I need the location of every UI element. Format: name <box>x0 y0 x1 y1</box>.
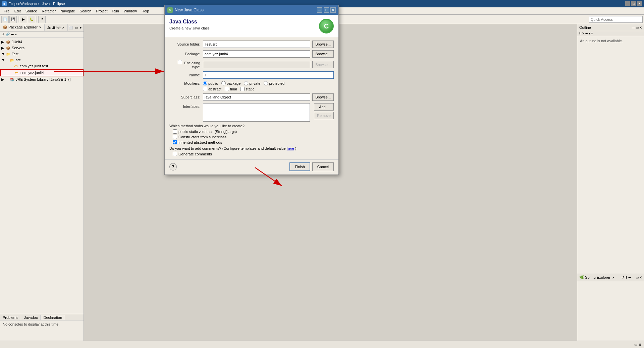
dialog-logo-letter: C <box>324 22 329 30</box>
dialog-title-text: New Java Class <box>175 8 204 12</box>
interfaces-input[interactable] <box>203 103 310 122</box>
generate-comments-item: Generate comments <box>173 152 334 156</box>
package-label: Package: <box>169 52 203 56</box>
dialog-header-text: Java Class Create a new Java class. <box>169 19 211 30</box>
modifiers-group2: abstract final static <box>203 87 254 91</box>
modifier-protected[interactable]: protected <box>264 81 284 85</box>
name-label: Name: <box>169 73 203 77</box>
modifier-protected-label: protected <box>269 81 284 85</box>
comments-suffix: ) <box>295 146 297 150</box>
name-row: Name: <box>169 71 334 79</box>
modifier-abstract-checkbox[interactable] <box>203 87 207 91</box>
comments-section: Do you want to add comments? (Configure … <box>169 146 334 156</box>
modifier-final-label: final <box>230 87 237 91</box>
new-java-class-dialog: N New Java Class — □ ✕ Java Class Create… <box>164 5 339 175</box>
modifier-private-label: private <box>249 81 260 85</box>
modifiers-row: Modifiers: public package private <box>169 81 334 85</box>
modifier-abstract[interactable]: abstract <box>203 87 221 91</box>
stub-main: public static void main(String[] args) <box>173 129 334 134</box>
finish-button[interactable]: Finish <box>289 162 310 171</box>
stub-constructors-checkbox[interactable] <box>173 135 177 139</box>
superclass-input[interactable] <box>203 93 310 101</box>
stub-inherited-checkbox[interactable] <box>173 140 177 144</box>
package-input[interactable] <box>203 50 310 58</box>
modifier-public[interactable]: public <box>203 81 218 85</box>
interfaces-row: Interfaces: Add... Remove <box>169 103 334 122</box>
dialog-subtitle: Create a new Java class. <box>169 26 211 30</box>
name-input[interactable] <box>203 71 334 79</box>
modifiers-group: public package private protected <box>203 81 284 85</box>
generate-comments-label: Generate comments <box>178 152 212 156</box>
modifier-package[interactable]: package <box>221 81 241 85</box>
enclosing-type-row: Enclosing type: Browse... <box>169 60 334 69</box>
interfaces-remove-btn[interactable]: Remove <box>314 112 334 119</box>
comments-question: Do you want to add comments? (Configure … <box>169 146 334 150</box>
modifiers-row2: abstract final static <box>169 87 334 91</box>
modifier-private-radio[interactable] <box>244 81 248 85</box>
enclosing-type-checkbox[interactable] <box>178 60 182 64</box>
modifier-public-label: public <box>208 81 218 85</box>
help-button[interactable]: ? <box>169 163 177 170</box>
modifier-static[interactable]: static <box>240 87 254 91</box>
dialog-header: Java Class Create a new Java class. C <box>165 15 338 37</box>
modifier-package-radio[interactable] <box>221 81 226 85</box>
comments-here-link[interactable]: here <box>287 146 294 150</box>
package-row: Package: Browse... <box>169 50 334 58</box>
dialog-minimize-btn[interactable]: — <box>317 7 322 13</box>
superclass-browse-btn[interactable]: Browse... <box>312 93 334 101</box>
enclosing-type-label: Enclosing type: <box>169 60 203 69</box>
stubs-section: Which method stubs would you like to cre… <box>169 124 334 144</box>
stub-constructors: Constructors from superclass <box>173 135 334 139</box>
modifier-protected-radio[interactable] <box>264 81 268 85</box>
dialog-body: Source folder: Browse... Package: Browse… <box>165 37 338 159</box>
interfaces-add-btn[interactable]: Add... <box>314 103 334 111</box>
dialog-maximize-btn[interactable]: □ <box>324 7 329 13</box>
source-folder-input[interactable] <box>203 41 310 48</box>
enclosing-type-input[interactable] <box>203 61 310 68</box>
modifier-final[interactable]: final <box>225 87 237 91</box>
package-browse-btn[interactable]: Browse... <box>312 50 334 58</box>
stub-inherited-label: Inherited abstract methods <box>178 140 222 144</box>
dialog-overlay: N New Java Class — □ ✕ Java Class Create… <box>0 0 644 348</box>
interfaces-buttons: Add... Remove <box>312 103 334 119</box>
enclosing-type-browse-btn: Browse... <box>312 61 334 68</box>
source-folder-browse-btn[interactable]: Browse... <box>312 41 334 48</box>
source-folder-label: Source folder: <box>169 42 203 46</box>
stubs-title: Which method stubs would you like to cre… <box>169 124 334 128</box>
modifier-abstract-label: abstract <box>208 87 221 91</box>
superclass-label: Superclass: <box>169 95 203 99</box>
interfaces-label: Interfaces: <box>169 103 203 109</box>
modifier-static-checkbox[interactable] <box>240 87 245 91</box>
modifier-private[interactable]: private <box>244 81 260 85</box>
dialog-logo: C <box>319 19 334 33</box>
stub-main-checkbox[interactable] <box>173 129 177 134</box>
dialog-section-title: Java Class <box>169 19 211 25</box>
dialog-titlebar: N New Java Class — □ ✕ <box>165 5 338 15</box>
stub-constructors-label: Constructors from superclass <box>178 135 226 139</box>
superclass-row: Superclass: Browse... <box>169 93 334 101</box>
modifier-public-radio[interactable] <box>203 81 207 85</box>
modifier-static-label: static <box>246 87 254 91</box>
modifier-package-label: package <box>227 81 241 85</box>
comments-question-text: Do you want to add comments? (Configure … <box>169 146 287 150</box>
dialog-title-icon: N <box>167 7 173 13</box>
stub-main-label: public static void main(String[] args) <box>178 130 237 134</box>
cancel-button[interactable]: Cancel <box>312 162 334 171</box>
dialog-footer-buttons: Finish Cancel <box>289 162 334 171</box>
source-folder-row: Source folder: Browse... <box>169 41 334 48</box>
stub-inherited: Inherited abstract methods <box>173 140 334 144</box>
modifier-final-checkbox[interactable] <box>225 87 229 91</box>
generate-comments-checkbox[interactable] <box>173 152 177 156</box>
dialog-close-btn[interactable]: ✕ <box>330 7 336 13</box>
modifiers-label: Modifiers: <box>169 81 203 85</box>
dialog-title-controls: — □ ✕ <box>317 7 336 13</box>
enclosing-type-label-text: Enclosing type: <box>184 61 200 69</box>
dialog-footer: ? Finish Cancel <box>165 159 338 175</box>
